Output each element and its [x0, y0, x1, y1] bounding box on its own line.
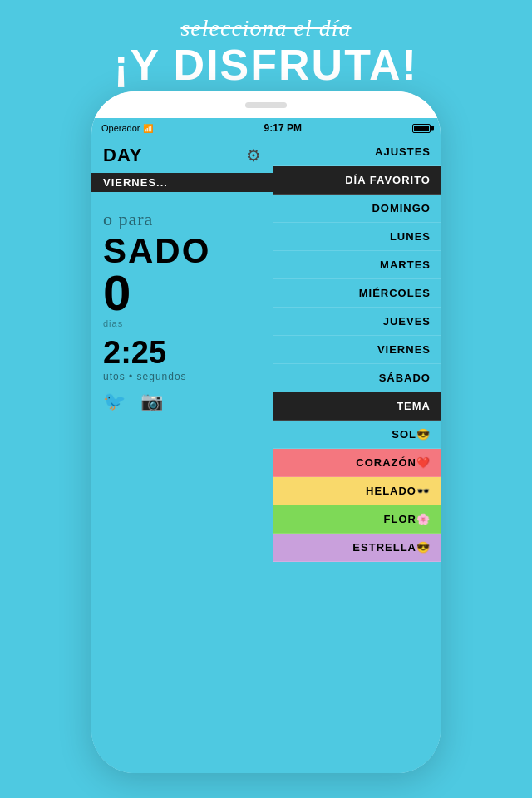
twitter-icon[interactable]: 🐦 [103, 391, 126, 412]
menu-item-viernes[interactable]: VIERNES [273, 336, 441, 364]
menu-item-helado[interactable]: HELADO🕶️ [273, 477, 441, 505]
menu-item-sábado[interactable]: SÁBADO [273, 364, 441, 392]
menu-item-día-favorito[interactable]: DÍA FAVORITO [273, 166, 441, 195]
menu-item-martes[interactable]: MARTES [273, 251, 441, 279]
para-text: o para [103, 209, 261, 230]
camera-icon[interactable]: 📷 [140, 391, 163, 412]
left-pane: DAY ⚙ VIERNES... o para SADO 0 dias 2:25… [91, 138, 273, 773]
menu-item-jueves[interactable]: JUEVES [273, 308, 441, 336]
carrier-label: Operador [101, 123, 140, 133]
menu-item-corazón[interactable]: CORAZÓN❤️ [273, 449, 441, 477]
menu-item-lunes[interactable]: LUNES [273, 223, 441, 251]
top-subtitle: selecciona el día [0, 15, 532, 42]
app-container: DAY ⚙ VIERNES... o para SADO 0 dias 2:25… [91, 138, 441, 773]
wifi-icon: 📶 [143, 124, 153, 133]
menu-item-flor[interactable]: FLOR🌸 [273, 505, 441, 534]
status-bar: Operador 📶 9:17 PM [91, 118, 441, 138]
day-big: SADO [103, 234, 261, 268]
left-number: 0 [103, 268, 261, 318]
phone-top-bar [91, 91, 441, 118]
left-icons: 🐦 📷 [103, 391, 261, 412]
battery-icon [412, 124, 431, 133]
phone-speaker [245, 102, 287, 108]
menu-item-sol[interactable]: SOL😎 [273, 421, 441, 449]
menu-item-domingo[interactable]: DOMINGO [273, 195, 441, 223]
phone-frame: Operador 📶 9:17 PM DAY ⚙ VIERNES... o pa… [91, 91, 441, 773]
time-label: 9:17 PM [264, 122, 302, 134]
right-pane[interactable]: AJUSTESDÍA FAVORITODOMINGOLUNESMARTESMIÉ… [273, 138, 441, 773]
top-title: ¡Y DISFRUTA! [0, 42, 532, 89]
selected-day-label: VIERNES... [91, 173, 273, 192]
left-time-sub: utos • segundos [103, 371, 261, 382]
left-time: 2:25 [103, 335, 261, 371]
status-right [412, 124, 431, 133]
gear-icon[interactable]: ⚙ [246, 145, 261, 165]
status-left: Operador 📶 [101, 123, 153, 133]
menu-item-ajustes[interactable]: AJUSTES [273, 138, 441, 166]
app-title: DAY [103, 145, 142, 166]
top-header: selecciona el día ¡Y DISFRUTA! [0, 0, 532, 97]
left-content: o para SADO 0 dias 2:25 utos • segundos … [91, 192, 273, 429]
menu-item-estrella[interactable]: ESTRELLA😎 [273, 534, 441, 562]
phone-screen: DAY ⚙ VIERNES... o para SADO 0 dias 2:25… [91, 138, 441, 773]
menu-item-miércoles[interactable]: MIÉRCOLES [273, 279, 441, 308]
left-header: DAY ⚙ [91, 138, 273, 173]
menu-item-tema[interactable]: TEMA [273, 392, 441, 421]
